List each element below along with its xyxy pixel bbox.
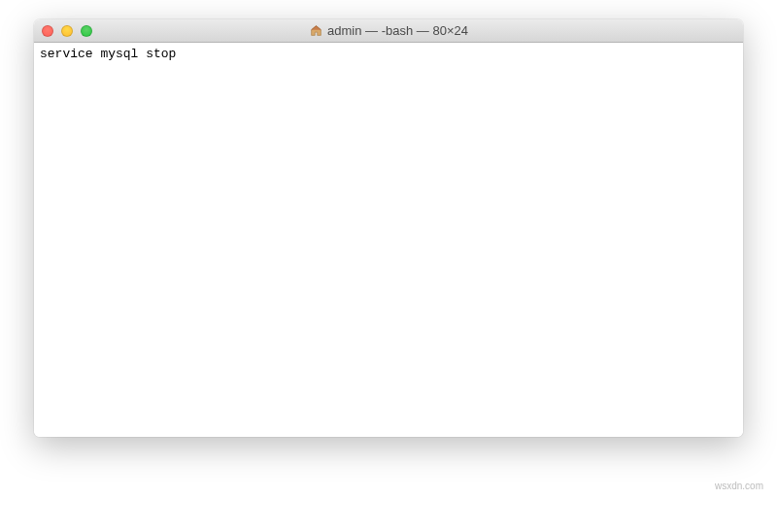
watermark: wsxdn.com [715, 481, 763, 491]
close-button[interactable] [42, 25, 53, 37]
title-content: admin — -bash — 80×24 [34, 23, 743, 38]
home-icon [309, 24, 322, 38]
terminal-line: service mysql stop [40, 47, 176, 61]
terminal-body[interactable]: service mysql stop [34, 43, 743, 437]
window-title: admin — -bash — 80×24 [327, 23, 468, 38]
zoom-button[interactable] [81, 25, 92, 37]
minimize-button[interactable] [61, 25, 73, 37]
terminal-window: admin — -bash — 80×24 service mysql stop [34, 19, 743, 437]
traffic-lights [42, 25, 92, 37]
window-titlebar[interactable]: admin — -bash — 80×24 [34, 19, 743, 43]
